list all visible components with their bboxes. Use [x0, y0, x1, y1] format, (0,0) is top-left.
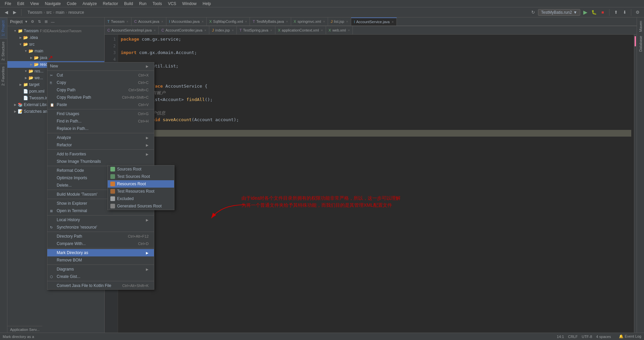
editor-scrollbar[interactable]	[634, 35, 637, 333]
tab-appcontext[interactable]: X applicationContext.xml ×	[275, 26, 326, 34]
panel-dropdown[interactable]: ▼	[24, 20, 28, 23]
tab-close-twossm[interactable]: ×	[126, 20, 128, 23]
tree-item-src[interactable]: ▼ 📂 src	[7, 41, 104, 48]
tab-twossm[interactable]: T Twossm ×	[105, 17, 131, 26]
tab-close-appcontext[interactable]: ×	[321, 29, 323, 32]
tab-close-sqlmap[interactable]: ×	[245, 20, 247, 23]
status-linesep[interactable]: CRLF	[568, 335, 578, 339]
menu-view[interactable]: View	[28, 1, 42, 7]
tab-close-webxml[interactable]: ×	[348, 29, 350, 32]
toolbar-back[interactable]: ◀	[3, 9, 10, 16]
tab-close-list-jsp[interactable]: ×	[346, 20, 348, 23]
panel-expand[interactable]: ⊞	[43, 19, 49, 25]
toolbar-forward[interactable]: ▶	[11, 9, 18, 16]
tab-close-accountservice[interactable]: ×	[392, 20, 394, 24]
tab-springmvc[interactable]: X springmvc.xml ×	[291, 17, 328, 26]
panel-gear[interactable]: ⚙	[30, 19, 35, 25]
ctx-synchronize[interactable]: ↻ Synchronize 'resource'	[47, 224, 154, 231]
ctx-find-usages[interactable]: Find Usages Ctrl+G	[47, 110, 154, 117]
tree-item-idea[interactable]: ▶ 📂 .idea	[7, 34, 104, 41]
left-tab-favorites[interactable]: 2: Favorites	[0, 63, 7, 88]
ctx-copy-rel[interactable]: Copy Relative Path Ctrl+Alt+Shift+C	[47, 94, 154, 101]
ctx-copy-path[interactable]: Copy Path Ctrl+Shift+C	[47, 86, 154, 94]
ctx-copy[interactable]: ⎘ Copy Ctrl+C	[47, 79, 154, 86]
tab-index-jsp[interactable]: J index.jsp ×	[209, 26, 237, 34]
submenu-test-resources-root[interactable]: Test Resources Root	[108, 188, 174, 195]
menu-run[interactable]: Run	[137, 1, 149, 7]
tab-testspring[interactable]: T TestSpring.java ×	[237, 26, 275, 34]
ctx-replace-in-path[interactable]: Replace in Path...	[47, 125, 154, 132]
tab-close-accountserviceimpl[interactable]: ×	[154, 29, 156, 32]
tab-close-iaccountdao[interactable]: ×	[202, 20, 204, 23]
tab-account[interactable]: C Account.java ×	[131, 17, 166, 26]
menu-build[interactable]: Build	[121, 1, 136, 7]
submenu-resources-root[interactable]: Resources Root	[108, 180, 174, 188]
ctx-new[interactable]: New ▶	[47, 62, 154, 70]
ctx-remove-bom[interactable]: Remove BOM	[47, 256, 154, 264]
ctx-add-favorites[interactable]: Add to Favorites ▶	[47, 150, 154, 158]
tab-webxml[interactable]: X web.xml ×	[326, 26, 353, 34]
breadcrumb-main[interactable]: main	[55, 10, 65, 15]
run-config[interactable]: TestMyBatis.run2 ▼	[538, 9, 580, 16]
status-mark-dir[interactable]: Mark directory as a	[3, 335, 34, 339]
menu-file[interactable]: File	[2, 1, 14, 7]
menu-refactor[interactable]: Refactor	[100, 1, 121, 7]
tab-iaccountdao[interactable]: I IAccountdao.java ×	[166, 17, 207, 26]
ctx-refactor[interactable]: Refactor ▶	[47, 141, 154, 149]
toolbar-git-down[interactable]: ⬇	[621, 9, 628, 16]
left-tab-structure[interactable]: 2: Structure	[0, 39, 7, 63]
ctx-convert-kotlin[interactable]: Convert Java File to Kotlin File Ctrl+Al…	[47, 282, 154, 289]
maven-panel-label[interactable]: Maven	[638, 19, 644, 34]
tab-list-jsp[interactable]: J list.jsp ×	[328, 17, 351, 26]
tab-accountserviceimpl[interactable]: C AccountServiceImpl.java ×	[105, 26, 159, 34]
tab-close-testspring[interactable]: ×	[270, 29, 272, 32]
tab-close-springmvc[interactable]: ×	[323, 20, 325, 23]
ctx-cut[interactable]: ✂ Cut Ctrl+X	[47, 71, 154, 79]
toolbar-git[interactable]: ⬆	[612, 9, 620, 16]
tab-close-index-jsp[interactable]: ×	[232, 29, 234, 32]
ctx-compare-with[interactable]: Compare With... Ctrl+D	[47, 240, 154, 247]
bottom-tab-appservice[interactable]: Application Serv...	[7, 326, 42, 333]
ctx-find-in-path[interactable]: Find in Path... Ctrl+H	[47, 117, 154, 125]
breadcrumb-resource[interactable]: resource	[68, 10, 85, 15]
menu-help[interactable]: Help	[200, 1, 214, 7]
stop-button[interactable]: ■	[599, 9, 606, 16]
menu-analyze[interactable]: Analyze	[80, 1, 100, 7]
debug-button[interactable]: 🐛	[590, 9, 598, 16]
tab-testmybatis[interactable]: T TestMyBatis.java ×	[250, 17, 291, 26]
tab-close-account[interactable]: ×	[161, 20, 163, 23]
tree-item-main[interactable]: ▼ 📂 main	[7, 48, 104, 54]
code-content[interactable]: package com.gx.service; import com.gx.do…	[118, 35, 634, 333]
submenu-test-sources-root[interactable]: Test Sources Root	[108, 173, 174, 180]
tree-item-java[interactable]: ▶ 📂 java ↗	[7, 54, 104, 61]
submenu-excluded[interactable]: Excluded	[108, 195, 174, 202]
menu-window[interactable]: Window	[179, 1, 199, 7]
ctx-mark-directory[interactable]: Mark Directory as ▶	[47, 249, 154, 256]
ctx-directory-path[interactable]: Directory Path Ctrl+Alt+F12	[47, 233, 154, 240]
left-tab-project[interactable]: 1: Project	[0, 17, 7, 39]
database-panel-label[interactable]: Database	[638, 34, 644, 54]
ctx-show-thumbnails[interactable]: Show Image Thumbnails	[47, 158, 154, 165]
panel-minimize[interactable]: —	[50, 19, 55, 25]
submenu-sources-root[interactable]: Sources Root	[108, 165, 174, 173]
toolbar-settings[interactable]: ⚙	[634, 9, 641, 16]
tab-close-accountcontroller[interactable]: ×	[204, 29, 206, 32]
tab-sqlmap[interactable]: X SqlMapConfig.xml ×	[207, 17, 250, 26]
menu-edit[interactable]: Edit	[14, 1, 27, 7]
submenu-generated-sources[interactable]: Generated Sources Root	[108, 202, 174, 210]
menu-vcs[interactable]: VCS	[165, 1, 179, 7]
status-encoding[interactable]: UTF-8	[582, 335, 592, 339]
breadcrumb-src[interactable]: src	[46, 10, 52, 15]
menu-code[interactable]: Code	[64, 1, 79, 7]
ctx-diagrams[interactable]: Diagrams ▶	[47, 265, 154, 273]
ctx-local-history[interactable]: Local History ▶	[47, 216, 154, 224]
status-position[interactable]: 14:1	[557, 335, 564, 339]
menu-navigate[interactable]: Navigate	[42, 1, 63, 7]
status-indent[interactable]: 4 spaces	[596, 335, 611, 339]
tab-accountservice[interactable]: I AccountService.java ×	[351, 17, 397, 26]
tab-close-testmybatis[interactable]: ×	[286, 20, 288, 23]
status-event-log[interactable]: 🔔 Event Log	[619, 334, 641, 339]
ctx-analyze[interactable]: Analyze ▶	[47, 134, 154, 141]
panel-sort[interactable]: ⇅	[37, 19, 42, 25]
tab-accountcontroller[interactable]: C AccountController.java ×	[159, 26, 209, 34]
